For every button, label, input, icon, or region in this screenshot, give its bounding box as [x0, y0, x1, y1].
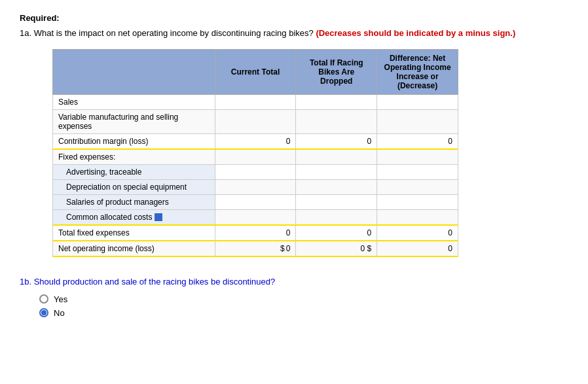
- cell-current-sales: [215, 94, 296, 109]
- cell-label-depreciation: Depreciation on special equipment: [53, 179, 215, 194]
- cell-difference-sales: [377, 94, 458, 109]
- question-1a-text: 1a. What is the impact on net operating …: [20, 28, 316, 38]
- question-1a: 1a. What is the impact on net operating …: [20, 27, 568, 40]
- table-row-depreciation: Depreciation on special equipment: [53, 179, 458, 194]
- col-header-difference: Difference: Net Operating Income Increas…: [377, 49, 458, 94]
- table-row-sales: Sales: [53, 94, 458, 109]
- table-row-advertising: Advertising, traceable: [53, 164, 458, 179]
- dollar-sign-current: $: [280, 244, 285, 253]
- table-row-fixed_header: Fixed expenses:: [53, 149, 458, 165]
- table-row-total_fixed: Total fixed expenses000: [53, 225, 458, 241]
- cell-current-variable: [215, 109, 296, 133]
- cell-totalif-net_income[interactable]: 0 $: [296, 241, 377, 256]
- table-row-common: Common allocated costs: [53, 209, 458, 225]
- col-header-current: Current Total: [215, 49, 296, 94]
- cell-label-total_fixed: Total fixed expenses: [53, 225, 215, 241]
- income-table: Current Total Total If Racing Bikes Are …: [52, 49, 458, 257]
- cell-current-common: [215, 209, 296, 225]
- cell-label-contribution: Contribution margin (loss): [53, 133, 215, 149]
- radio-yes-label: Yes: [54, 294, 67, 304]
- cell-totalif-contribution[interactable]: 0: [296, 133, 377, 149]
- cell-label-advertising: Advertising, traceable: [53, 164, 215, 179]
- col-header-total-if: Total If Racing Bikes Are Dropped: [296, 49, 377, 94]
- radio-item-no[interactable]: No: [39, 308, 568, 318]
- cell-current-advertising: [215, 164, 296, 179]
- section-1b: 1b. Should production and sale of the ra…: [20, 277, 568, 318]
- cell-difference-common: [377, 209, 458, 225]
- cell-difference-salaries: [377, 194, 458, 209]
- required-section: Required: 1a. What is the impact on net …: [20, 13, 568, 40]
- cell-label-sales: Sales: [53, 94, 215, 109]
- cell-totalif-sales: [296, 94, 377, 109]
- table-row-net_income: Net operating income (loss)$00 $0: [53, 241, 458, 256]
- cell-label-common[interactable]: Common allocated costs: [53, 209, 215, 225]
- question-1a-emphasis: (Decreases should be indicated by a minu…: [316, 28, 515, 38]
- cell-difference-net_income[interactable]: 0: [377, 241, 458, 256]
- cell-totalif-common: [296, 209, 377, 225]
- table-row-variable: Variable manufacturing and selling expen…: [53, 109, 458, 133]
- radio-group: Yes No: [39, 294, 568, 318]
- table-row-salaries: Salaries of product managers: [53, 194, 458, 209]
- cell-difference-depreciation: [377, 179, 458, 194]
- cell-difference-variable: [377, 109, 458, 133]
- cell-totalif-fixed_header: [296, 149, 377, 165]
- required-label: Required:: [20, 13, 568, 23]
- radio-no-label: No: [54, 308, 65, 318]
- cell-difference-advertising: [377, 164, 458, 179]
- table-row-contribution: Contribution margin (loss)000: [53, 133, 458, 149]
- cell-label-fixed_header: Fixed expenses:: [53, 149, 215, 165]
- cell-totalif-total_fixed[interactable]: 0: [296, 225, 377, 241]
- dropdown-indicator[interactable]: [155, 213, 162, 221]
- cell-label-net_income: Net operating income (loss): [53, 241, 215, 256]
- cell-label-variable: Variable manufacturing and selling expen…: [53, 109, 215, 133]
- cell-current-total_fixed[interactable]: 0: [215, 225, 296, 241]
- cell-totalif-salaries: [296, 194, 377, 209]
- cell-difference-total_fixed[interactable]: 0: [377, 225, 458, 241]
- cell-difference-contribution[interactable]: 0: [377, 133, 458, 149]
- cell-current-fixed_header: [215, 149, 296, 165]
- radio-no-circle[interactable]: [39, 308, 48, 317]
- radio-yes-circle[interactable]: [39, 294, 48, 304]
- table-header-row: Current Total Total If Racing Bikes Are …: [53, 49, 458, 94]
- cell-current-salaries: [215, 194, 296, 209]
- cell-current-depreciation: [215, 179, 296, 194]
- radio-item-yes[interactable]: Yes: [39, 294, 568, 304]
- dollar-sign-totalif: $: [367, 244, 372, 253]
- cell-current-net_income[interactable]: $0: [215, 241, 296, 256]
- question-1b-text: 1b. Should production and sale of the ra…: [20, 277, 568, 287]
- cell-totalif-variable: [296, 109, 377, 133]
- cell-difference-fixed_header: [377, 149, 458, 165]
- cell-label-salaries: Salaries of product managers: [53, 194, 215, 209]
- table-wrapper: Current Total Total If Racing Bikes Are …: [52, 49, 568, 257]
- col-header-label: [53, 49, 215, 94]
- cell-current-contribution[interactable]: 0: [215, 133, 296, 149]
- cell-totalif-advertising: [296, 164, 377, 179]
- cell-totalif-depreciation: [296, 179, 377, 194]
